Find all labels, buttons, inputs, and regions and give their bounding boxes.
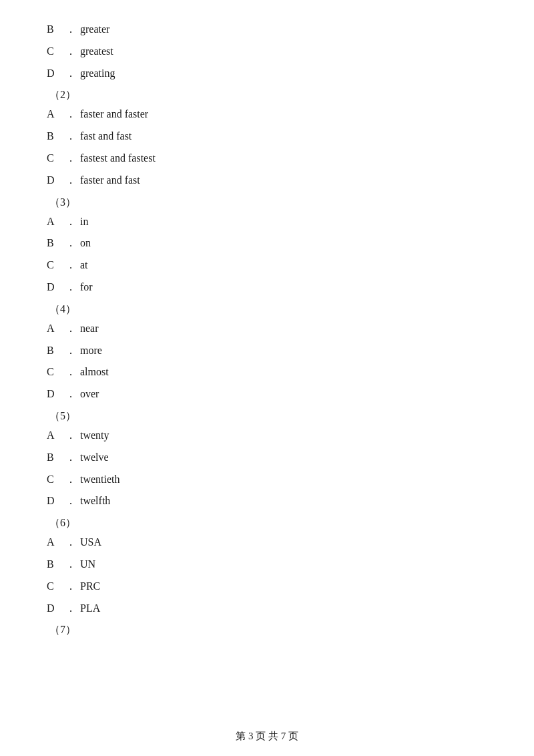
question-block-2: （2） A ． faster and faster B ． fast and f… — [47, 88, 487, 190]
option-text: greater — [80, 20, 109, 39]
dot: ． — [65, 533, 76, 552]
list-item: B ． greater — [47, 20, 487, 39]
list-item: A ． faster and faster — [47, 105, 487, 124]
page-number: 第 3 页 共 7 页 — [236, 731, 298, 741]
option-label-b1: B — [47, 20, 65, 39]
option-label-d5: D — [47, 492, 65, 511]
option-text: at — [80, 256, 88, 275]
question-block-4: （4） A ． near B ． more C ． almost D ． ove… — [47, 303, 487, 404]
option-text: PLA — [80, 599, 100, 618]
dot: ． — [65, 426, 76, 445]
page-content: B ． greater C ． greatest D ． greating （2… — [0, 0, 534, 680]
option-text: for — [80, 278, 93, 297]
option-label-c3: C — [47, 256, 65, 275]
option-label-d1: D — [47, 64, 65, 83]
option-label-a6: A — [47, 533, 65, 552]
dot: ． — [65, 599, 76, 618]
list-item: D ． for — [47, 278, 487, 297]
dot: ． — [65, 577, 76, 596]
option-text: twenty — [80, 426, 109, 445]
option-label-a4: A — [47, 319, 65, 339]
question-block-1: B ． greater C ． greatest D ． greating — [47, 20, 487, 83]
dot: ． — [65, 470, 76, 490]
option-text: in — [80, 212, 88, 232]
option-label-b3: B — [47, 234, 65, 253]
list-item: C ． greatest — [47, 42, 487, 61]
question-num: （3） — [47, 196, 487, 210]
dot: ． — [65, 127, 76, 146]
dot: ． — [65, 555, 76, 574]
option-text: fastest and fastest — [80, 149, 156, 168]
option-text: twentieth — [80, 470, 120, 490]
list-item: B ． on — [47, 234, 487, 253]
dot: ． — [65, 256, 76, 275]
list-item: D ． faster and fast — [47, 171, 487, 190]
list-item: A ． near — [47, 319, 487, 339]
option-text: fast and fast — [80, 127, 131, 146]
dot: ． — [65, 42, 76, 61]
list-item: C ． almost — [47, 363, 487, 382]
question-num: （7） — [47, 623, 487, 637]
list-item: A ． in — [47, 212, 487, 232]
page-footer: 第 3 页 共 7 页 — [0, 730, 534, 743]
list-item: B ． more — [47, 341, 487, 361]
dot: ． — [65, 341, 76, 361]
question-block-3: （3） A ． in B ． on C ． at D ． for — [47, 196, 487, 297]
question-num: （4） — [47, 303, 487, 317]
dot: ． — [65, 234, 76, 253]
list-item: C ． twentieth — [47, 470, 487, 490]
list-item: D ． PLA — [47, 599, 487, 618]
option-label-a2: A — [47, 105, 65, 124]
option-text: near — [80, 319, 99, 339]
question-num: （6） — [47, 516, 487, 530]
option-text: over — [80, 385, 99, 404]
option-text: UN — [80, 555, 95, 574]
dot: ． — [65, 319, 76, 339]
dot: ． — [65, 448, 76, 467]
option-label-c4: C — [47, 363, 65, 382]
question-block-7: （7） — [47, 623, 487, 637]
dot: ． — [65, 171, 76, 190]
option-label-c6: C — [47, 577, 65, 596]
list-item: D ． twelfth — [47, 492, 487, 511]
dot: ． — [65, 149, 76, 168]
option-label-d3: D — [47, 278, 65, 297]
question-block-6: （6） A ． USA B ． UN C ． PRC D ． PLA — [47, 516, 487, 618]
option-label-d4: D — [47, 385, 65, 404]
dot: ． — [65, 20, 76, 39]
list-item: D ． over — [47, 385, 487, 404]
list-item: B ． twelve — [47, 448, 487, 467]
question-num: （2） — [47, 88, 487, 102]
option-label-b4: B — [47, 341, 65, 361]
dot: ． — [65, 212, 76, 232]
option-label-a5: A — [47, 426, 65, 445]
option-label-c1: C — [47, 42, 65, 61]
option-text: on — [80, 234, 91, 253]
list-item: C ． at — [47, 256, 487, 275]
dot: ． — [65, 105, 76, 124]
dot: ． — [65, 64, 76, 83]
dot: ． — [65, 385, 76, 404]
option-label-b2: B — [47, 127, 65, 146]
option-label-d2: D — [47, 171, 65, 190]
dot: ． — [65, 363, 76, 382]
question-block-5: （5） A ． twenty B ． twelve C ． twentieth … — [47, 409, 487, 511]
option-text: more — [80, 341, 102, 361]
option-text: twelfth — [80, 492, 110, 511]
list-item: B ． fast and fast — [47, 127, 487, 146]
list-item: A ． USA — [47, 533, 487, 552]
option-text: faster and faster — [80, 105, 148, 124]
option-label-d6: D — [47, 599, 65, 618]
option-label-b6: B — [47, 555, 65, 574]
option-label-a3: A — [47, 212, 65, 232]
option-text: greating — [80, 64, 115, 83]
option-text: almost — [80, 363, 109, 382]
list-item: C ． PRC — [47, 577, 487, 596]
option-text: PRC — [80, 577, 100, 596]
list-item: A ． twenty — [47, 426, 487, 445]
option-label-b5: B — [47, 448, 65, 467]
option-label-c2: C — [47, 149, 65, 168]
list-item: D ． greating — [47, 64, 487, 83]
option-label-c5: C — [47, 470, 65, 490]
dot: ． — [65, 278, 76, 297]
